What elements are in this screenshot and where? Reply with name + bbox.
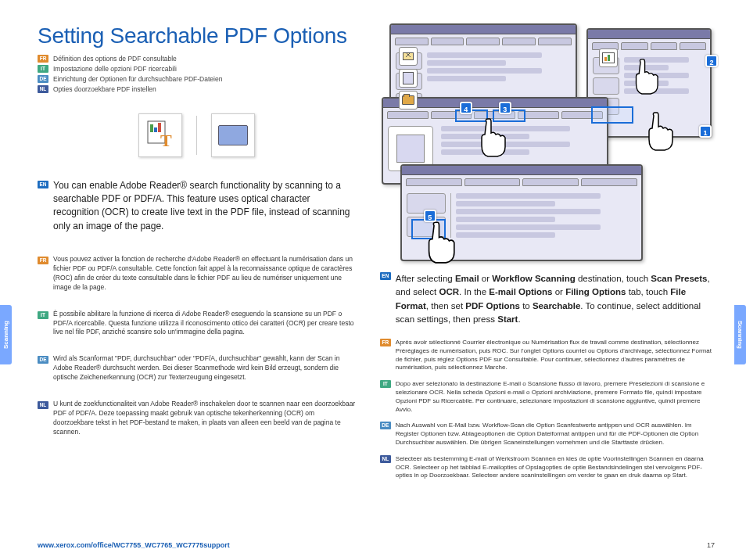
left-sub-it: È possibile abilitare la funzione di ric… [53, 310, 357, 338]
lang-tag-nl: NL [380, 455, 391, 463]
lang-tag-fr: FR [38, 257, 48, 264]
svg-rect-1 [150, 124, 153, 132]
right-column: 1 2 [380, 23, 715, 488]
left-sub-fr: Vous pouvez activer la fonction de reche… [53, 255, 357, 293]
lang-tag-de: DE [380, 422, 391, 429]
lang-tag-de: DE [38, 75, 48, 83]
footer-link[interactable]: www.xerox.com/office/WC7755_WC7765_WC777… [38, 541, 230, 549]
page-title: Setting Searchable PDF Options [38, 23, 357, 48]
folder-icon [399, 91, 418, 109]
lang-tag-en: EN [380, 272, 391, 280]
button-icon [211, 113, 255, 157]
right-sub-fr: Après avoir sélectionné Courrier électro… [396, 339, 715, 372]
callout-3: 3 [499, 102, 511, 114]
lang-tag-it: IT [38, 311, 48, 319]
ui-mockup: 1 2 [380, 23, 715, 266]
callout-4: 4 [460, 102, 472, 114]
callout-1: 1 [699, 125, 712, 138]
left-sub-nl: U kunt de zoekfunctionaliteit van Adobe … [53, 400, 357, 437]
chart-thumb-icon [599, 48, 618, 67]
side-tab-left: Scanning [0, 305, 12, 364]
left-column: Setting Searchable PDF Options FRDéfinit… [38, 23, 357, 488]
lang-tag-en: EN [38, 181, 48, 188]
document-chart-icon: T [138, 113, 182, 157]
right-sub-nl: Selecteer als bestemming E-mail of Werks… [396, 455, 715, 480]
svg-text:T: T [160, 131, 172, 150]
main-paragraph-en: EN You can enable Adobe Reader® search f… [38, 179, 357, 234]
right-sub-it: Dopo aver selezionato la destinazione E-… [396, 380, 715, 414]
right-sub-de: Nach Auswahl von E-Mail bzw. Workflow-Sc… [396, 422, 715, 447]
lang-tag-nl: NL [38, 85, 48, 93]
left-sub-de: Wird als Scanformat "PDF, durchsuchbar" … [53, 354, 357, 382]
title-fr: Définition des options de PDF consultabl… [53, 55, 177, 64]
lang-tag-de: DE [38, 356, 48, 364]
page-footer: www.xerox.com/office/WC7755_WC7765_WC777… [38, 541, 715, 549]
lang-tag-nl: NL [38, 401, 48, 409]
envelope-icon [399, 47, 418, 66]
main-paragraph-text: You can enable Adobe Reader® search func… [53, 179, 357, 234]
title-de: Einrichtung der Optionen für durchsuchba… [53, 75, 222, 84]
page-number: 17 [707, 541, 715, 549]
icon-separator [196, 116, 197, 155]
callout-5: 5 [424, 210, 436, 222]
title-it: Impostazione delle opzioni PDF ricercabi… [53, 65, 177, 74]
right-main-paragraph: EN After selecting Email or Workflow Sca… [380, 272, 715, 326]
lang-tag-fr: FR [380, 339, 391, 346]
lang-tag-it: IT [380, 380, 391, 388]
title-translations: FRDéfinition des options de PDF consulta… [38, 55, 357, 95]
svg-rect-2 [154, 127, 157, 132]
icon-strip: T [38, 113, 357, 157]
right-main-text: After selecting Email or Workflow Scanni… [396, 272, 715, 326]
callout-2: 2 [705, 55, 718, 67]
lang-tag-fr: FR [38, 55, 48, 63]
title-nl: Opties doorzoekbare PDF instellen [53, 85, 156, 95]
lang-tag-it: IT [38, 65, 48, 73]
document-stack-icon [399, 69, 418, 88]
side-tab-right: Scanning [734, 305, 746, 364]
